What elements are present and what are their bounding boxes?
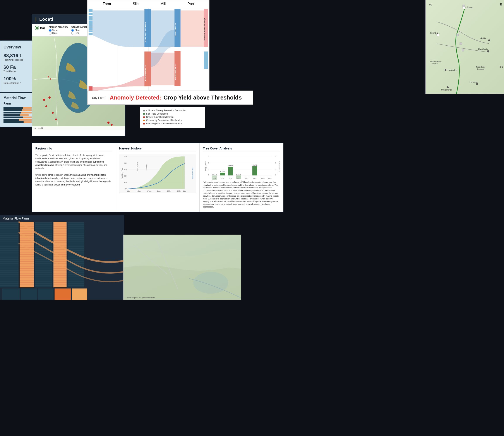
amazon-show-option[interactable]: Show [49, 29, 68, 32]
decl-text-5: Labor Rights Compliance Declaration [146, 122, 182, 125]
svg-text:1 Nov: 1 Nov [147, 190, 151, 192]
svg-text:1 Mar: 1 Mar [167, 190, 171, 192]
amazon-hide-option[interactable]: Hide [49, 32, 68, 35]
anomaly-suffix: Crop Yield above Thresholds [164, 94, 242, 101]
svg-text:os: os [429, 3, 432, 6]
svg-text:2023: 2023 [253, 177, 257, 179]
svg-text:1 May: 1 May [177, 190, 181, 192]
decl-modern-slavery: a Modern Slavery Prevention Declaration [143, 109, 202, 112]
cadastro-show-radio[interactable] [71, 29, 74, 32]
svg-text:NOVA MUTUM FABRIC: NOVA MUTUM FABRIC [144, 21, 147, 42]
decl-dot-1 [143, 110, 145, 111]
stat3-label: Deforestation Fr [3, 82, 34, 84]
svg-text:Sá: Sá [500, 66, 503, 68]
stat-deforestation: 100% Deforestation Fr [3, 76, 34, 84]
svg-text:E: E [500, 3, 502, 6]
amazon-hide-radio[interactable] [49, 32, 52, 35]
harvest-history-title: Harvest History [119, 147, 196, 151]
block-dark-1 [2, 289, 20, 300]
svg-text:NOVA MUTUM: NOVA MUTUM [175, 23, 177, 36]
anomaly-prefix: Anomoly Detected: [110, 94, 162, 101]
svg-text:2020: 2020 [229, 177, 232, 179]
amazon-show-label: Show [52, 29, 58, 31]
material-flow-farm-title: Material Flow Farm [0, 215, 124, 222]
tree-svg: 3 2 1 0 -22.9% 6.35% [203, 154, 280, 182]
svg-rect-96 [220, 173, 225, 175]
amazon-show-radio[interactable] [49, 29, 52, 32]
map-top-right: Sinop Cuiabá Goiás Rio Verde Mato Grosso… [425, 0, 504, 94]
svg-text:Safra Season: Safra Season [137, 162, 139, 171]
svg-rect-23 [89, 33, 92, 34]
svg-rect-24 [89, 34, 92, 35]
stat-unprocessed: 88,816 t Total Unprocessed [3, 53, 34, 61]
orange-stripes-1 [20, 222, 34, 287]
svg-point-6 [107, 122, 109, 124]
svg-text:0: 0 [275, 174, 276, 176]
svg-point-119 [193, 272, 228, 294]
svg-point-8 [48, 76, 49, 77]
sankey-col1: Farm [103, 2, 111, 6]
svg-rect-56 [456, 34, 459, 36]
stat3-number: 100% [3, 76, 34, 82]
svg-text:2: 2 [208, 162, 209, 164]
svg-text:Goiás: Goiás [480, 37, 486, 40]
svg-text:Deforestation %: Deforestation % [279, 161, 280, 172]
svg-text:Rio Verde: Rio Verde [478, 48, 488, 51]
cadastro-hide-label: Hide [75, 32, 79, 34]
svg-point-7 [111, 124, 113, 126]
block-orange-1 [54, 289, 71, 300]
svg-rect-20 [89, 27, 92, 29]
svg-text:30K: 30K [124, 168, 127, 170]
decl-dot-5 [143, 123, 145, 125]
soy-farm-label: Soy Farm [92, 96, 105, 100]
svg-point-43 [487, 50, 489, 52]
overview-title: Overview [3, 45, 34, 50]
map-credit-text: © 2024 Mapbox © OpenStreetMap [125, 297, 155, 299]
dark-stripes-2 [35, 222, 52, 287]
svg-text:Prudente: Prudente [477, 68, 485, 70]
svg-rect-18 [89, 23, 92, 25]
map-icon-inner [36, 27, 38, 29]
svg-text:do Sul: do Sul [432, 63, 438, 65]
svg-text:Safrinha: Safrinha [145, 164, 147, 170]
decl-fair-trade: Fair Trade Declaration [143, 113, 202, 115]
svg-text:1 Jan: 1 Jan [157, 190, 161, 192]
map-label: Map [40, 27, 45, 29]
region-info-title: Region Info [35, 147, 112, 151]
stat2-label: Total Farms [3, 70, 34, 73]
svg-text:1 Jul: 1 Jul [127, 190, 130, 192]
decl-gender: Gender Equality Declaration [143, 116, 202, 118]
dark-stripes-1 [0, 222, 18, 287]
svg-text:2024: 2024 [261, 177, 265, 179]
svg-point-47 [445, 69, 446, 71]
block-dark-2 [21, 289, 37, 300]
cadastro-hide-radio[interactable] [71, 32, 74, 35]
svg-rect-15 [89, 16, 92, 18]
map-icon [35, 26, 39, 30]
svg-rect-17 [89, 21, 92, 23]
svg-text:0K: 0K [125, 188, 127, 190]
stat-farms: 60 Fa Total Farms [3, 64, 34, 73]
svg-text:Terminal de Graneis do Guarujá: Terminal de Graneis do Guarujá [204, 18, 206, 41]
stat2-number: 60 Fa [3, 64, 34, 70]
svg-text:40K: 40K [124, 162, 127, 164]
region-info-card: Region Info The region in Brazil exhibit… [32, 143, 116, 212]
svg-text:1 Sep: 1 Sep [137, 190, 141, 192]
svg-text:Sinop: Sinop [467, 6, 473, 9]
svg-text:Total Crop Yield: Total Crop Yield [121, 168, 123, 179]
bottom-cards-container: Region Info The region in Brazil exhibit… [32, 143, 284, 212]
stat1-label: Total Unprocessed [3, 58, 34, 61]
svg-text:Total Vol Irrigation: Total Vol Irrigation [192, 167, 194, 179]
map-tr-svg: Sinop Cuiabá Goiás Rio Verde Mato Grosso… [426, 0, 504, 94]
svg-text:RONDONOPOLIS: RONDONOPOLIS [144, 65, 147, 82]
svg-text:10K: 10K [124, 182, 127, 183]
svg-rect-58 [462, 49, 464, 51]
svg-text:2: 2 [275, 162, 276, 164]
map-toolbar[interactable]: ce Toolti [32, 126, 125, 130]
svg-rect-22 [89, 31, 92, 32]
decl-labor: Labor Rights Compliance Declaration [143, 122, 202, 125]
svg-text:-22.9%: -22.9% [212, 173, 217, 175]
decl-text-1: a Modern Slavery Prevention Declaration [146, 109, 186, 112]
sankey-col2: Silo [133, 2, 139, 6]
svg-rect-19 [89, 25, 92, 27]
